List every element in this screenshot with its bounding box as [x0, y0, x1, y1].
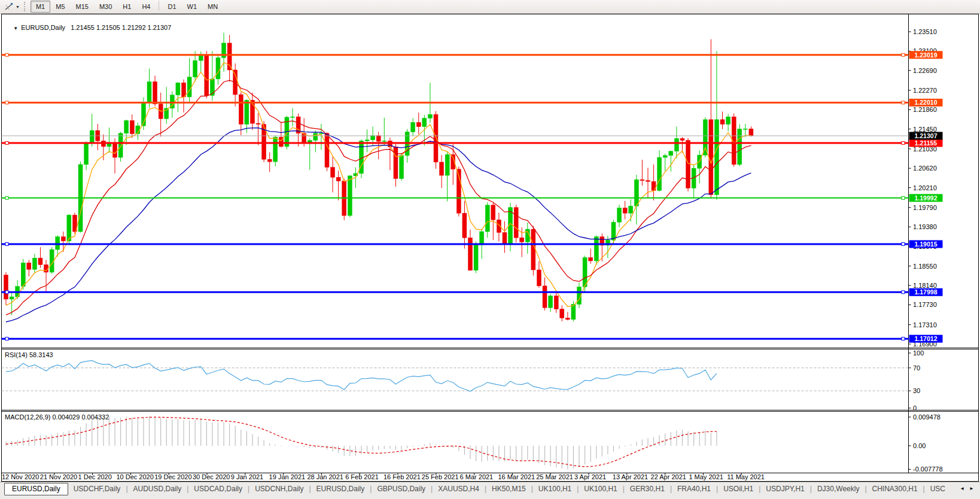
chart-tab-usdjpy-h1[interactable]: USDJPY,H1: [760, 482, 809, 495]
chart-tab-xauusd-h4[interactable]: XAUUSD,H4: [433, 482, 485, 495]
timeframe-button-m1[interactable]: M1: [31, 1, 50, 13]
chart-tab-audusd-daily[interactable]: AUDUSD,Daily: [128, 482, 187, 495]
line-handle[interactable]: [5, 196, 8, 199]
price-tick-label: 1.21450: [913, 126, 937, 133]
svg-text:1.17998: 1.17998: [915, 288, 938, 296]
line-studies-icon[interactable]: ▼: [2, 2, 22, 11]
rsi-tick-label: 70: [913, 364, 920, 372]
chart-tab-usoil-h1[interactable]: USOil,H1: [718, 482, 759, 495]
date-tick-label: 16 Mar 2021: [498, 473, 535, 480]
line-handle[interactable]: [5, 141, 8, 144]
price-tick-label: 1.17310: [913, 321, 937, 328]
rsi-tick-label: 100: [913, 349, 924, 357]
mt4-terminal: ▼ M1M5M15M30H1H4D1W1MN 1.235101.231001.2…: [0, 0, 980, 499]
current-price-tag: 1.21307: [915, 132, 938, 139]
price-tick-label: 1.17730: [913, 301, 937, 308]
price-tick-label: 1.18550: [913, 263, 937, 270]
date-tick-label: 13 Apr 2021: [613, 473, 648, 480]
date-tick-label: 1 May 2021: [689, 473, 723, 480]
line-handle[interactable]: [902, 101, 905, 104]
chart-tab-usdcad-daily[interactable]: USDCAD,Daily: [188, 482, 248, 495]
line-handle[interactable]: [5, 101, 8, 104]
date-tick-label: 11 May 2021: [727, 473, 765, 480]
chart-tab-gbpusd-daily[interactable]: GBPUSD,Daily: [372, 482, 431, 495]
svg-text:1.21155: 1.21155: [915, 139, 938, 147]
chart-canvas[interactable]: 1.235101.231001.226901.222701.218601.214…: [0, 0, 980, 499]
price-tick-label: 1.23510: [913, 28, 937, 35]
timeframe-button-h1[interactable]: H1: [117, 1, 136, 13]
timeframe-button-d1[interactable]: D1: [162, 1, 181, 13]
timeframe-button-w1[interactable]: W1: [182, 1, 203, 13]
date-tick-label: 25 Mar 2021: [536, 473, 573, 480]
timeframe-button-m15[interactable]: M15: [71, 1, 94, 13]
chart-tab-dj30-weekly[interactable]: DJ30,Weekly: [812, 482, 865, 495]
date-tick-label: 30 Dec 2020: [193, 473, 230, 480]
price-tick-label: 1.19380: [913, 223, 937, 230]
date-tick-label: 19 Jan 2021: [269, 473, 306, 480]
date-tick-label: 12 Nov 2020: [2, 473, 39, 480]
timeframe-button-mn[interactable]: MN: [202, 1, 223, 13]
macd-tick-label: 0.009478: [913, 413, 941, 421]
rsi-tick-label: 0: [913, 404, 917, 412]
chart-tab-ger30-h1[interactable]: GER30,H1: [625, 482, 670, 495]
chart-tab-china300-h1[interactable]: CHINA300,H1: [867, 482, 923, 495]
line-handle[interactable]: [902, 291, 905, 294]
date-tick-label: 16 Feb 2021: [384, 473, 421, 480]
chart-tab-bar: EURUSD,DailyUSDCHF,Daily|AUDUSD,Daily|US…: [0, 482, 980, 499]
macd-tick-label: 0.00: [913, 442, 926, 449]
date-axis: 12 Nov 202021 Nov 20201 Dec 202010 Dec 2…: [2, 473, 765, 481]
tab-scroll-left-icon[interactable]: ◄: [960, 486, 964, 491]
chart-tab-usc[interactable]: USC: [925, 482, 951, 495]
price-tick-label: 1.20210: [913, 184, 937, 191]
line-handle[interactable]: [5, 337, 8, 340]
date-tick-label: 28 Jan 2021: [307, 473, 343, 480]
date-tick-label: 3 Apr 2021: [574, 473, 606, 480]
line-handle[interactable]: [902, 196, 905, 199]
line-handle[interactable]: [5, 53, 8, 56]
svg-text:1.22010: 1.22010: [915, 99, 938, 106]
price-tick-label: 1.21860: [913, 106, 937, 113]
tab-scroll-right-icon[interactable]: ►: [969, 486, 974, 491]
price-tick-label: 1.20620: [913, 165, 937, 172]
date-tick-label: 6 Mar 2021: [460, 473, 494, 480]
chart-tab-uk100-h1[interactable]: UK100,H1: [579, 482, 622, 495]
line-studies-glyph: [5, 2, 14, 11]
line-handle[interactable]: [902, 53, 905, 56]
timeframe-button-h4[interactable]: H4: [136, 1, 156, 13]
rsi-tick-label: 30: [913, 387, 920, 394]
price-tick-label: 1.22690: [913, 67, 937, 74]
timeframe-button-m5[interactable]: M5: [50, 1, 70, 13]
date-tick-label: 21 Nov 2020: [40, 473, 77, 480]
toolbar-grip[interactable]: [24, 2, 26, 11]
price-tick-label: 1.19790: [913, 204, 937, 211]
line-handle[interactable]: [5, 291, 8, 294]
date-tick-label: 6 Feb 2021: [345, 473, 379, 480]
timeframe-button-m30[interactable]: M30: [94, 1, 117, 13]
date-tick-label: 1 Dec 2020: [78, 473, 112, 480]
price-tick-label: 1.22270: [913, 87, 937, 94]
chart-tab-fra40-h1[interactable]: FRA40,H1: [672, 482, 716, 495]
toolbar-separator: [159, 1, 159, 10]
price-tick-label: 1.18140: [913, 282, 937, 289]
macd-tick-label: -0.007778: [913, 465, 943, 473]
svg-text:1.23019: 1.23019: [915, 51, 938, 59]
chart-tab-usdcnh-daily[interactable]: USDCNH,Daily: [249, 482, 309, 495]
tool-dropdown-caret[interactable]: ▼: [16, 5, 20, 9]
date-tick-label: 9 Jan 2021: [231, 473, 263, 480]
chart-tab-eurusd-daily[interactable]: EURUSD,Daily: [4, 483, 68, 495]
line-handle[interactable]: [902, 337, 905, 340]
chart-tab-usdchf-daily[interactable]: USDCHF,Daily: [68, 482, 126, 495]
tab-scroll-arrows: ◄ ►: [957, 482, 980, 491]
timeframe-buttons: M1M5M15M30H1H4D1W1MN: [31, 1, 223, 13]
svg-text:1.17012: 1.17012: [915, 335, 938, 342]
svg-text:1.19015: 1.19015: [915, 241, 938, 248]
line-handle[interactable]: [902, 141, 905, 144]
date-tick-label: 22 Apr 2021: [651, 473, 686, 480]
line-handle[interactable]: [902, 242, 905, 245]
svg-text:1.19992: 1.19992: [915, 194, 938, 202]
chart-tab-hk50-m15[interactable]: HK50,M15: [486, 482, 531, 495]
chart-tabs: EURUSD,DailyUSDCHF,Daily|AUDUSD,Daily|US…: [0, 482, 951, 495]
line-handle[interactable]: [5, 242, 8, 245]
chart-tab-eurusd-daily[interactable]: EURUSD,Daily: [311, 482, 370, 495]
chart-tab-uk100-h1[interactable]: UK100,H1: [533, 482, 577, 495]
